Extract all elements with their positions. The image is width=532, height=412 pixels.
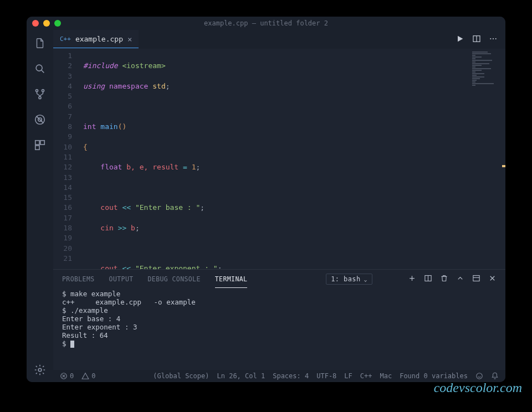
code-token: b [126, 224, 135, 232]
tab-terminal[interactable]: TERMINAL [215, 271, 248, 288]
code-token: #include [83, 61, 118, 70]
svg-point-11 [490, 38, 491, 39]
terminal-select[interactable]: 1: bash ⌄ [326, 274, 372, 285]
code-token: () [118, 122, 127, 131]
activity-bar [27, 30, 53, 382]
settings-gear-icon[interactable] [33, 363, 47, 377]
code-token: = [183, 163, 187, 171]
split-editor-icon[interactable] [472, 34, 481, 45]
tab-debug-console[interactable]: DEBUG CONSOLE [148, 271, 201, 287]
window-title: example.cpp — untitled folder 2 [27, 19, 505, 27]
code-token: ; [200, 203, 204, 212]
status-variables[interactable]: Found 0 variables [400, 372, 468, 380]
code-token: namespace [109, 82, 148, 90]
status-line-col[interactable]: Ln 26, Col 1 [217, 372, 265, 380]
chevron-down-icon: ⌄ [364, 276, 367, 282]
window-minimize-icon[interactable] [43, 20, 50, 27]
more-actions-icon[interactable] [489, 34, 498, 45]
notification-bell-icon[interactable] [491, 372, 499, 380]
code-area[interactable]: #include <iostream> using namespace std;… [78, 49, 505, 269]
code-token: <iostream> [122, 61, 165, 70]
split-terminal-icon[interactable] [424, 274, 432, 284]
code-token: ; [218, 264, 222, 269]
search-icon[interactable] [33, 62, 47, 75]
tab-problems[interactable]: PROBLEMS [62, 271, 95, 287]
editor-window: example.cpp — untitled folder 2 [27, 17, 505, 382]
debug-icon[interactable] [33, 113, 47, 126]
svg-point-12 [493, 38, 494, 39]
svg-rect-8 [35, 146, 39, 150]
svg-rect-15 [473, 276, 479, 281]
code-token: int [83, 122, 96, 131]
watermark: codevscolor.com [434, 380, 522, 395]
svg-point-0 [36, 65, 42, 71]
code-token: "Enter exponent : " [131, 264, 218, 269]
status-errors[interactable]: 0 [60, 372, 74, 380]
code-token: >> [118, 224, 127, 232]
code-token: { [83, 143, 88, 151]
status-eol[interactable]: LF [344, 372, 352, 380]
source-control-icon[interactable] [33, 87, 47, 101]
panel-tabs: PROBLEMS OUTPUT DEBUG CONSOLE TERMINAL 1… [53, 270, 505, 289]
code-token: cout [100, 264, 122, 269]
titlebar: example.cpp — untitled folder 2 [27, 17, 505, 30]
code-token: 1 [187, 163, 196, 171]
run-icon[interactable] [456, 34, 464, 45]
editor[interactable]: 123456789101112131415161718192021 #inclu… [53, 49, 505, 269]
code-token: "Enter base : " [131, 203, 200, 212]
svg-point-17 [477, 373, 483, 379]
code-token: float [100, 163, 122, 171]
window-maximize-icon[interactable] [54, 20, 61, 27]
tab-lang-badge: C++ [60, 35, 71, 43]
explorer-icon[interactable] [33, 37, 47, 50]
status-scope[interactable]: (Global Scope) [153, 372, 209, 380]
tab-output[interactable]: OUTPUT [109, 271, 134, 287]
extensions-icon[interactable] [33, 138, 47, 152]
svg-point-1 [35, 90, 38, 92]
code-token: main [100, 122, 117, 131]
code-token: ; [196, 163, 201, 171]
status-language[interactable]: C++ [360, 372, 372, 380]
tab-close-icon[interactable]: × [127, 35, 132, 44]
terminal-output[interactable]: $ make example c++ example.cpp -o exampl… [53, 289, 505, 370]
code-token: ; [166, 82, 170, 90]
editor-actions [456, 30, 505, 49]
status-encoding[interactable]: UTF-8 [316, 372, 336, 380]
bottom-panel: PROBLEMS OUTPUT DEBUG CONSOLE TERMINAL 1… [53, 269, 505, 370]
svg-rect-7 [40, 141, 44, 145]
maximize-panel-icon[interactable] [472, 274, 480, 284]
tab-bar: C++ example.cpp × [53, 30, 505, 49]
scroll-marker [502, 165, 505, 167]
svg-point-13 [495, 38, 497, 39]
kill-terminal-icon[interactable] [440, 274, 448, 284]
window-close-icon[interactable] [32, 20, 39, 27]
status-spaces[interactable]: Spaces: 4 [273, 372, 309, 380]
status-os[interactable]: Mac [380, 372, 392, 380]
traffic-lights [32, 20, 61, 27]
code-token: << [122, 203, 131, 212]
svg-point-9 [38, 368, 42, 372]
close-panel-icon[interactable] [488, 274, 497, 284]
code-token: cin [100, 224, 117, 232]
tab-example-cpp[interactable]: C++ example.cpp × [53, 30, 139, 49]
code-token: std [152, 82, 165, 90]
svg-point-3 [39, 96, 41, 99]
line-number-gutter: 123456789101112131415161718192021 [53, 49, 78, 269]
tab-filename: example.cpp [75, 35, 123, 43]
svg-rect-6 [35, 141, 39, 145]
feedback-smiley-icon[interactable] [475, 372, 483, 380]
code-token: ; [135, 224, 140, 232]
code-token: cout [100, 203, 122, 212]
status-warnings[interactable]: 0 [81, 372, 95, 380]
svg-point-2 [42, 90, 44, 92]
code-token: using [83, 82, 105, 90]
new-terminal-icon[interactable] [408, 274, 416, 284]
chevron-up-icon[interactable] [456, 274, 464, 284]
terminal-select-label: 1: bash [331, 275, 360, 283]
code-token: b, e, result [122, 163, 183, 171]
code-token: << [122, 264, 131, 269]
